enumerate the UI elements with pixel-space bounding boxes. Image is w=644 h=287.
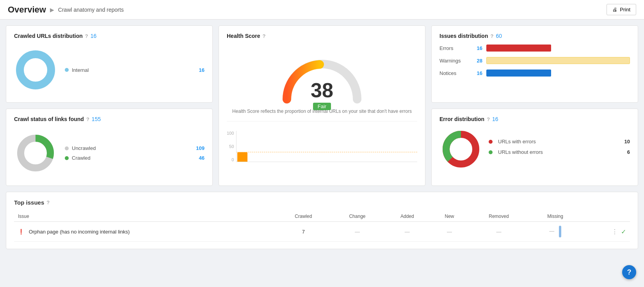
crawled-urls-card: Crawled URLs distribution ? 16 Internal … <box>6 25 213 103</box>
issues-dist-rows: Errors 16 Warnings 28 Notices 16 <box>439 45 630 77</box>
score-badge: Fair <box>313 103 331 110</box>
crawled-urls-donut-area: Internal 16 <box>14 45 205 95</box>
col-header-new: New <box>431 211 468 222</box>
dist-row-notices: Notices 16 <box>439 70 630 77</box>
col-header-issue: Issue <box>14 211 276 222</box>
breadcrumb-icon: ▶ <box>50 7 54 13</box>
col-header-removed: Removed <box>468 211 529 222</box>
top-issues-card: Top issues ? Issue Crawled Change Added … <box>6 192 638 249</box>
svg-point-4 <box>28 146 43 160</box>
crawled-urls-donut <box>14 48 57 91</box>
print-button[interactable]: 🖨 Print <box>607 4 636 15</box>
warnings-bar <box>486 57 630 64</box>
issues-table: Issue Crawled Change Added New Removed M… <box>14 211 630 242</box>
crawl-status-help-icon[interactable]: ? <box>86 116 89 122</box>
header: Overview ▶ Crawl anatomy and reports 🖨 P… <box>0 0 644 20</box>
col-header-change: Change <box>331 211 384 222</box>
issues-table-header-row: Issue Crawled Change Added New Removed M… <box>14 211 630 222</box>
health-score-title: Health Score ? <box>227 33 417 39</box>
col-header-crawled: Crawled <box>276 211 331 222</box>
errors-bar-wrap <box>486 45 630 52</box>
new-cell: — <box>431 222 468 242</box>
col-header-actions <box>581 211 630 222</box>
crawled-urls-title: Crawled URLs distribution ? 16 <box>14 33 205 39</box>
top-issues-title: Top issues ? <box>14 199 630 206</box>
scroll-indicator <box>559 226 561 237</box>
crawled-cell: 7 <box>276 222 331 242</box>
legend-item-internal: Internal 16 <box>65 67 205 73</box>
error-dist-area: URLs with errors 10 URLs without errors … <box>439 128 630 171</box>
warnings-bar-wrap <box>486 57 630 64</box>
error-dist-donut <box>439 128 482 171</box>
row-actions: ⋮ ✓ <box>585 228 626 235</box>
error-dist-legend: URLs with errors 10 URLs without errors … <box>489 139 630 160</box>
gauge-svg: 38 <box>279 48 365 111</box>
gauge-area: 38 Fair <box>279 48 365 99</box>
crawl-status-donut-area: Uncrawled 109 Crawled 46 <box>14 128 205 178</box>
row-actions-cell: ⋮ ✓ <box>581 222 630 242</box>
print-label: Print <box>620 7 630 12</box>
row-check-icon[interactable]: ✓ <box>621 228 626 235</box>
table-row: ❗ Orphan page (has no incoming internal … <box>14 222 630 242</box>
y-label-0: 0 <box>231 157 234 162</box>
missing-cell: — <box>529 222 581 242</box>
issues-dist-help-icon[interactable]: ? <box>490 33 493 39</box>
crawl-status-card: Crawl status of links found ? 155 Uncraw… <box>6 109 213 186</box>
error-dist-title: Error distribution ? 16 <box>439 116 630 122</box>
legend-dot-internal <box>65 68 69 72</box>
added-cell: — <box>384 222 431 242</box>
main-grid: Crawled URLs distribution ? 16 Internal … <box>0 20 644 255</box>
error-dot-icon: ❗ <box>18 229 24 235</box>
crawled-urls-help-icon[interactable]: ? <box>85 33 88 39</box>
y-label-100: 100 <box>227 131 234 135</box>
removed-cell: — <box>468 222 529 242</box>
score-text: 38 <box>311 79 333 102</box>
crawl-status-legend: Uncrawled 109 Crawled 46 <box>65 145 205 161</box>
svg-point-7 <box>454 142 468 157</box>
crawl-status-title: Crawl status of links found ? 155 <box>14 116 205 122</box>
chart-bar <box>237 152 247 162</box>
errors-bar <box>486 45 551 52</box>
error-legend-item-without-errors: URLs without errors 6 <box>489 149 630 155</box>
top-issues-help-icon[interactable]: ? <box>46 200 50 205</box>
legend-dot-errors <box>489 140 493 144</box>
issues-dist-title: Issues distribution ? 60 <box>439 33 630 39</box>
col-header-added: Added <box>384 211 431 222</box>
legend-dot-crawled <box>65 156 69 160</box>
error-legend-item-with-errors: URLs with errors 10 <box>489 139 630 144</box>
legend-dot-uncrawled <box>65 146 69 150</box>
error-distribution-card: Error distribution ? 16 URLs with errors… <box>431 109 638 186</box>
crawled-urls-legend: Internal 16 <box>65 67 205 73</box>
issue-cell: ❗ Orphan page (has no incoming internal … <box>14 222 276 242</box>
legend-item-crawled: Crawled 46 <box>65 155 205 161</box>
chart-dashed-line <box>237 152 417 152</box>
dist-row-warnings: Warnings 28 <box>439 57 630 64</box>
printer-icon: 🖨 <box>612 7 617 12</box>
issues-table-body: ❗ Orphan page (has no incoming internal … <box>14 222 630 242</box>
legend-item-uncrawled: Uncrawled 109 <box>65 145 205 151</box>
svg-point-1 <box>28 62 43 78</box>
header-left: Overview ▶ Crawl anatomy and reports <box>8 5 124 15</box>
issues-table-head: Issue Crawled Change Added New Removed M… <box>14 211 630 222</box>
health-score-card: Health Score ? <box>219 25 425 186</box>
mini-chart: 100 50 0 <box>227 121 417 162</box>
legend-dot-no-errors <box>489 150 493 154</box>
issues-distribution-card: Issues distribution ? 60 Errors 16 Warni… <box>431 25 638 103</box>
y-label-50: 50 <box>229 144 234 149</box>
health-score-container: 38 Fair Health Score reflects the propor… <box>227 45 417 166</box>
change-cell: — <box>331 222 384 242</box>
notices-bar <box>486 70 551 77</box>
breadcrumb-text: Crawl anatomy and reports <box>58 7 124 13</box>
error-dist-help-icon[interactable]: ? <box>487 116 490 122</box>
row-menu-icon[interactable]: ⋮ <box>612 228 618 235</box>
crawl-status-donut <box>14 132 57 175</box>
page-title: Overview <box>8 5 46 15</box>
health-score-help-icon[interactable]: ? <box>263 33 266 39</box>
col-header-missing: Missing <box>529 211 581 222</box>
dist-row-errors: Errors 16 <box>439 45 630 52</box>
notices-bar-wrap <box>486 70 630 77</box>
